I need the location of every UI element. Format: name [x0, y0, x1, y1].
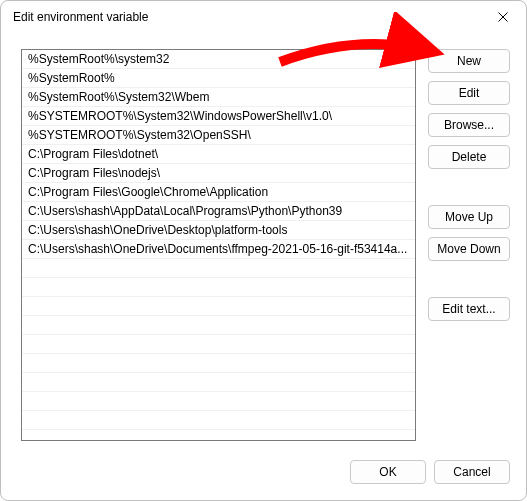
list-item[interactable]: . [22, 373, 415, 392]
spacer [428, 177, 510, 197]
edit-env-variable-dialog: Edit environment variable %SystemRoot%\s… [0, 0, 527, 501]
browse-button[interactable]: Browse... [428, 113, 510, 137]
list-item[interactable]: C:\Users\shash\OneDrive\Documents\ffmpeg… [22, 240, 415, 259]
dialog-content: %SystemRoot%\system32%SystemRoot%%System… [1, 33, 526, 460]
list-item[interactable]: %SYSTEMROOT%\System32\OpenSSH\ [22, 126, 415, 145]
dialog-footer: OK Cancel [1, 460, 526, 500]
edit-button[interactable]: Edit [428, 81, 510, 105]
list-item[interactable]: . [22, 335, 415, 354]
list-item[interactable]: %SystemRoot%\system32 [22, 50, 415, 69]
list-item[interactable]: . [22, 316, 415, 335]
cancel-button[interactable]: Cancel [434, 460, 510, 484]
path-listbox[interactable]: %SystemRoot%\system32%SystemRoot%%System… [21, 49, 416, 441]
list-item[interactable]: C:\Program Files\dotnet\ [22, 145, 415, 164]
dialog-title: Edit environment variable [13, 10, 148, 24]
edit-text-button[interactable]: Edit text... [428, 297, 510, 321]
list-item[interactable]: %SystemRoot% [22, 69, 415, 88]
titlebar: Edit environment variable [1, 1, 526, 33]
new-button[interactable]: New [428, 49, 510, 73]
list-item[interactable]: . [22, 278, 415, 297]
list-item[interactable]: . [22, 411, 415, 430]
button-sidebar: New Edit Browse... Delete Move Up Move D… [428, 49, 510, 450]
list-item[interactable]: C:\Program Files\Google\Chrome\Applicati… [22, 183, 415, 202]
list-item[interactable]: . [22, 392, 415, 411]
move-up-button[interactable]: Move Up [428, 205, 510, 229]
list-item[interactable]: %SYSTEMROOT%\System32\WindowsPowerShell\… [22, 107, 415, 126]
spacer [428, 269, 510, 289]
close-icon [498, 12, 508, 22]
close-button[interactable] [480, 1, 526, 33]
list-item[interactable]: . [22, 354, 415, 373]
list-item[interactable]: %SystemRoot%\System32\Wbem [22, 88, 415, 107]
list-item[interactable]: C:\Program Files\nodejs\ [22, 164, 415, 183]
ok-button[interactable]: OK [350, 460, 426, 484]
list-item[interactable]: C:\Users\shash\AppData\Local\Programs\Py… [22, 202, 415, 221]
delete-button[interactable]: Delete [428, 145, 510, 169]
move-down-button[interactable]: Move Down [428, 237, 510, 261]
list-item[interactable]: C:\Users\shash\OneDrive\Desktop\platform… [22, 221, 415, 240]
list-item[interactable]: . [22, 259, 415, 278]
list-item[interactable]: . [22, 297, 415, 316]
